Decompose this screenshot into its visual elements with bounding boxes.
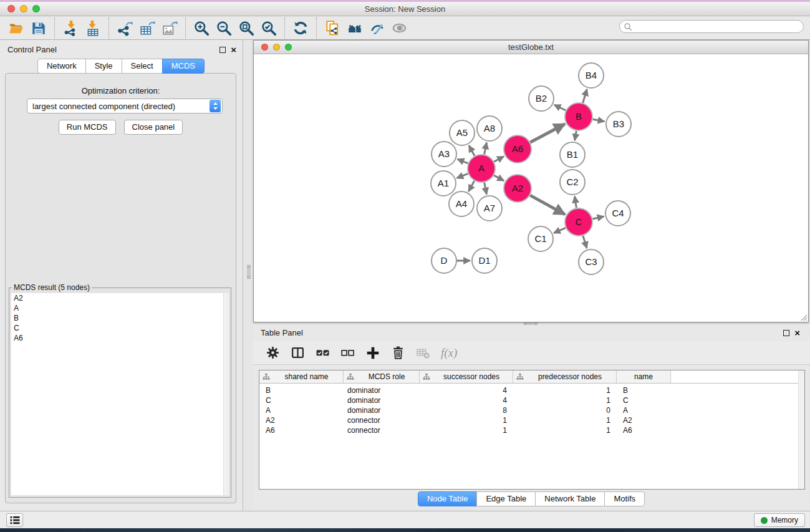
toolbar-separator <box>185 17 186 39</box>
tab-network[interactable]: Network <box>37 59 86 74</box>
export-table-button[interactable] <box>136 18 158 38</box>
zoom-fit-button[interactable] <box>235 18 258 38</box>
column-header-mcds-role[interactable]: MCDS role <box>344 370 420 383</box>
main-toolbar <box>0 17 810 40</box>
zoom-in-button[interactable] <box>190 18 213 38</box>
edge-A6-B[interactable] <box>530 124 565 143</box>
edge-A-A3[interactable] <box>458 159 468 163</box>
open-session-button[interactable] <box>5 18 27 38</box>
close-window-button[interactable] <box>7 5 15 12</box>
table-row[interactable]: A6 connector 1 1 A6 <box>259 425 804 435</box>
delete-column-button[interactable] <box>391 346 405 360</box>
edge-B-B2[interactable] <box>554 105 566 110</box>
select-all-button[interactable] <box>316 346 330 360</box>
application-window: Session: New Session <box>0 0 810 532</box>
minimize-network-window-button[interactable] <box>273 44 280 51</box>
edge-C-C4[interactable] <box>593 216 604 219</box>
deselect-all-button[interactable] <box>340 346 355 360</box>
show-columns-button[interactable] <box>291 346 305 360</box>
tab-style[interactable]: Style <box>85 59 122 74</box>
node-label-B4: B4 <box>586 70 597 80</box>
close-panel-icon[interactable]: × <box>231 47 236 53</box>
task-history-button[interactable] <box>6 513 23 527</box>
search-field[interactable] <box>619 20 804 33</box>
refresh-button[interactable] <box>289 18 312 38</box>
tab-network-table[interactable]: Network Table <box>535 491 605 506</box>
edge-A-A8[interactable] <box>485 143 487 155</box>
export-network-button[interactable] <box>113 18 136 38</box>
new-network-from-selection-button[interactable] <box>321 18 344 38</box>
edge-A-A1[interactable] <box>456 173 468 178</box>
graphics-details-button[interactable] <box>366 18 388 38</box>
list-item[interactable]: A <box>11 303 229 313</box>
edge-A-A2[interactable] <box>494 175 504 181</box>
titlebar: Session: New Session <box>0 2 810 16</box>
tab-select[interactable]: Select <box>122 59 163 74</box>
search-input[interactable] <box>632 22 794 31</box>
zoom-selected-button[interactable] <box>258 18 280 38</box>
minimize-window-button[interactable] <box>20 5 27 12</box>
tab-edge-table[interactable]: Edge Table <box>476 491 536 506</box>
edge-C-C2[interactable] <box>575 196 577 208</box>
column-header-successor-nodes[interactable]: successor nodes <box>420 370 513 383</box>
edge-C-C3[interactable] <box>583 236 587 248</box>
criterion-selected-value: largest connected component (directed) <box>27 102 210 111</box>
list-item[interactable]: B <box>11 313 229 323</box>
column-header-name[interactable]: name <box>617 370 671 383</box>
edge-A2-C[interactable] <box>530 195 565 215</box>
column-header-shared-name[interactable]: shared name <box>259 370 344 383</box>
window-title: Session: New Session <box>0 4 810 14</box>
run-mcds-button[interactable]: Run MCDS <box>59 120 116 135</box>
import-network-button[interactable] <box>59 18 82 38</box>
close-panel-button[interactable]: Close panel <box>124 120 183 135</box>
scrollbar-track[interactable] <box>223 293 229 495</box>
export-image-icon <box>162 20 178 36</box>
table-row[interactable]: A dominator 8 0 A <box>259 405 804 415</box>
list-item[interactable]: A2 <box>11 293 229 303</box>
close-table-panel-icon[interactable]: × <box>794 330 800 336</box>
edge-C-C1[interactable] <box>554 228 566 233</box>
table-settings-button[interactable] <box>266 346 280 360</box>
import-table-button[interactable] <box>82 18 104 38</box>
float-panel-icon[interactable] <box>219 47 226 53</box>
tab-mcds[interactable]: MCDS <box>162 59 205 74</box>
tab-motifs[interactable]: Motifs <box>604 491 645 506</box>
edge-A-A7[interactable] <box>485 183 487 195</box>
zoom-network-window-button[interactable] <box>285 44 292 51</box>
close-network-window-button[interactable] <box>261 44 268 51</box>
memory-button[interactable]: Memory <box>754 513 805 527</box>
node-label-C4: C4 <box>612 208 624 218</box>
table-row[interactable]: B dominator 4 1 B <box>259 385 804 395</box>
edge-B-B4[interactable] <box>583 89 587 103</box>
table-row[interactable]: C dominator 4 1 C <box>259 395 804 405</box>
export-image-button[interactable] <box>158 18 181 38</box>
column-header-predecessor-nodes[interactable]: predecessor nodes <box>513 370 617 383</box>
edge-B-B3[interactable] <box>593 119 605 122</box>
list-item[interactable]: C <box>11 323 229 333</box>
table-scrollbar-track[interactable] <box>798 370 804 489</box>
edge-A-A4[interactable] <box>468 181 474 191</box>
table-row[interactable]: A2 connector 1 1 A2 <box>259 415 804 425</box>
node-label-A: A <box>478 163 485 173</box>
resize-grip-icon[interactable] <box>799 312 808 321</box>
network-canvas[interactable]: B4B2BB3A8A5A6A3B1AC2A1A2A4A7C4CC1DD1C3 <box>254 54 808 322</box>
mcds-result-list: A2 A B C A6 <box>11 293 229 495</box>
zoom-out-button[interactable] <box>213 18 235 38</box>
criterion-select[interactable]: largest connected component (directed) <box>27 99 223 114</box>
show-hide-annotations-button[interactable] <box>388 18 411 38</box>
edge-A-A5[interactable] <box>469 145 475 156</box>
function-builder-button[interactable]: f(x) <box>441 346 457 360</box>
network-overview-button[interactable] <box>344 18 366 38</box>
select-stepper-icon <box>210 100 221 112</box>
float-table-panel-icon[interactable] <box>783 330 789 336</box>
edge-A-A6[interactable] <box>494 157 504 162</box>
add-column-button[interactable] <box>365 346 380 360</box>
vertical-splitter-handle[interactable] <box>247 265 251 279</box>
save-session-button[interactable] <box>27 18 50 38</box>
edge-B-B1[interactable] <box>575 131 577 141</box>
delete-table-button[interactable] <box>416 346 430 360</box>
node-label-A1: A1 <box>438 178 449 188</box>
tab-node-table[interactable]: Node Table <box>418 491 478 506</box>
zoom-window-button[interactable] <box>32 5 40 12</box>
list-item[interactable]: A6 <box>11 333 229 343</box>
